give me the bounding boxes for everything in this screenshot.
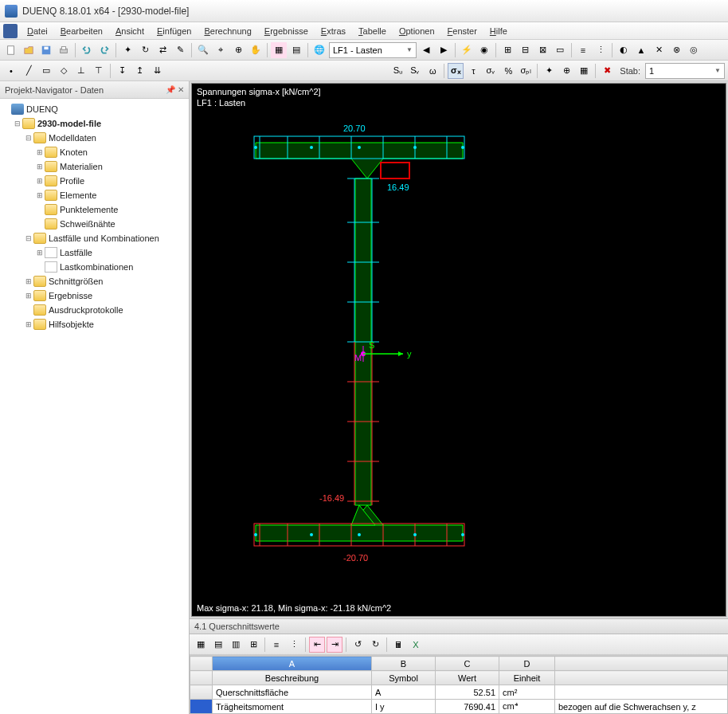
tool-icon[interactable]: ↧ — [114, 63, 130, 79]
menu-bearbeiten[interactable]: Bearbeiten — [54, 25, 109, 37]
row-num[interactable] — [190, 700, 213, 714]
table-tool-icon[interactable]: ⇤ — [309, 637, 325, 653]
tree-modelldaten[interactable]: ⊟Modelldaten — [2, 131, 187, 145]
view-icon[interactable]: ▦ — [271, 42, 287, 58]
col-header[interactable]: C — [436, 657, 499, 671]
tool-icon[interactable]: ⋮ — [593, 42, 609, 58]
tool-icon[interactable]: ◇ — [56, 63, 72, 79]
stab-combo[interactable]: 1 ▼ — [645, 63, 725, 79]
loadcase-combo[interactable]: LF1 - Lasten ▼ — [329, 42, 417, 58]
col-header[interactable]: B — [372, 657, 436, 671]
tree-item[interactable]: ⊞Schnittgrößen — [2, 274, 187, 288]
table-tool-icon[interactable]: ↺ — [350, 637, 366, 653]
results-icon[interactable]: ◉ — [476, 42, 492, 58]
cell-wert[interactable]: 7690.41 — [436, 700, 499, 714]
corner-cell[interactable] — [190, 657, 213, 671]
calc-icon[interactable]: ⚡ — [459, 42, 475, 58]
tool-icon[interactable]: ⊞ — [499, 42, 515, 58]
sigma-v-icon[interactable]: σᵥ — [483, 63, 499, 79]
tool-icon[interactable]: ⊠ — [534, 42, 550, 58]
new-icon[interactable] — [3, 42, 19, 58]
table-tool-icon[interactable]: ⊞ — [245, 637, 261, 653]
tree-file[interactable]: ⊟2930-model-file — [2, 116, 187, 131]
pan-icon[interactable]: ✋ — [248, 42, 264, 58]
tree-item[interactable]: ⊞Profile — [2, 174, 187, 188]
tool-icon[interactable]: ≡ — [575, 42, 591, 58]
table-tool-icon[interactable]: ▦ — [193, 637, 209, 653]
cell-symbol[interactable]: I y — [372, 700, 436, 714]
nav-prev-icon[interactable]: ◀ — [418, 42, 434, 58]
tool-icon[interactable]: ⇊ — [149, 63, 165, 79]
menu-extras[interactable]: Extras — [315, 25, 352, 37]
view-icon[interactable]: ▤ — [288, 42, 304, 58]
tree-item[interactable]: Lastkombinationen — [2, 260, 187, 274]
sigma-x-icon[interactable]: σₓ — [448, 63, 464, 79]
sigma-icon[interactable]: Sᵤ — [389, 63, 405, 79]
tool-icon[interactable]: ↻ — [137, 42, 153, 58]
graphics-viewport[interactable]: Spannungen sigma-x [kN/cm^2] LF1 : Laste… — [191, 83, 726, 617]
table-tool-icon[interactable]: 🖩 — [390, 637, 406, 653]
tool-icon[interactable]: ▲ — [633, 42, 649, 58]
table-tool-icon[interactable]: ↻ — [367, 637, 383, 653]
tree-item[interactable]: ⊞Elemente — [2, 188, 187, 202]
table-tool-icon[interactable]: ≡ — [268, 637, 284, 653]
tool-icon[interactable]: ✕ — [651, 42, 667, 58]
tree-item[interactable]: Ausdruckprotokolle — [2, 303, 187, 317]
tree-item[interactable]: ⊞Ergebnisse — [2, 288, 187, 303]
tool-icon[interactable]: ◎ — [686, 42, 702, 58]
menu-hilfe[interactable]: Hilfe — [483, 25, 514, 37]
tool-icon[interactable]: ⊗ — [668, 42, 684, 58]
table-row[interactable]: Querschnittsfläche A 52.51 cm² — [190, 685, 728, 700]
line-icon[interactable]: ╱ — [21, 63, 37, 79]
tree-item[interactable]: ⊞Lastfälle — [2, 245, 187, 260]
cell-wert[interactable]: 52.51 — [436, 685, 499, 700]
percent-icon[interactable]: % — [500, 63, 516, 79]
menu-ansicht[interactable]: Ansicht — [109, 25, 151, 37]
tree-lastfaelle[interactable]: ⊟Lastfälle und Kombinationen — [2, 231, 187, 245]
cell-symbol[interactable]: A — [372, 685, 436, 700]
tool-icon[interactable]: ⊤ — [91, 63, 107, 79]
col-header[interactable] — [555, 657, 728, 671]
cell-kommentar[interactable]: bezogen auf die Schwerachsen y, z — [555, 700, 728, 714]
app-menu-icon[interactable] — [3, 24, 18, 38]
omega-icon[interactable]: ω — [425, 63, 440, 79]
zoom-extents-icon[interactable]: ⌖ — [213, 42, 229, 58]
menu-ergebnisse[interactable]: Ergebnisse — [258, 25, 315, 37]
tool-icon[interactable]: ⊕ — [558, 63, 574, 79]
cell-kommentar[interactable] — [555, 685, 728, 700]
node-icon[interactable]: • — [3, 63, 19, 79]
tool-icon[interactable]: ✦ — [119, 42, 135, 58]
table-tool-icon[interactable]: ▥ — [228, 637, 244, 653]
excel-icon[interactable]: X — [408, 637, 424, 653]
tree-item[interactable]: ⊞Materialien — [2, 159, 187, 174]
tree-item[interactable]: ⊞Knoten — [2, 145, 187, 159]
table-tool-icon[interactable]: ▤ — [210, 637, 226, 653]
menu-optionen[interactable]: Optionen — [393, 25, 441, 37]
menu-fenster[interactable]: Fenster — [441, 25, 483, 37]
zoom-window-icon[interactable]: 🔍 — [195, 42, 211, 58]
menu-berechnung[interactable]: Berechnung — [198, 25, 257, 37]
redo-icon[interactable] — [96, 42, 112, 58]
tool-icon[interactable]: ◐ — [616, 42, 632, 58]
row-num[interactable] — [190, 685, 213, 700]
tool-icon[interactable]: ⇄ — [155, 42, 170, 58]
cell-beschreibung[interactable]: Trägheitsmoment — [213, 700, 372, 714]
table-row[interactable]: Trägheitsmoment I y 7690.41 cm⁴ bezogen … — [190, 700, 728, 714]
col-header[interactable]: D — [499, 657, 555, 671]
pin-icon[interactable]: 📌 ✕ — [166, 85, 184, 94]
sigma-icon[interactable]: Sᵥ — [407, 63, 423, 79]
tool-icon[interactable]: ⊥ — [73, 63, 89, 79]
tool-icon[interactable]: ✎ — [172, 42, 188, 58]
open-icon[interactable] — [21, 42, 37, 58]
tree-item[interactable]: ⊞Hilfsobjekte — [2, 317, 187, 332]
tree-root[interactable]: DUENQ — [2, 102, 187, 116]
element-icon[interactable]: ▭ — [38, 63, 54, 79]
zoom-icon[interactable]: ⊕ — [230, 42, 246, 58]
globe-icon[interactable]: 🌐 — [311, 42, 327, 58]
undo-icon[interactable] — [79, 42, 95, 58]
tool-icon[interactable]: ▦ — [576, 63, 592, 79]
table-tool-icon[interactable]: ⇥ — [327, 637, 342, 653]
cell-beschreibung[interactable]: Querschnittsfläche — [213, 685, 372, 700]
table-tool-icon[interactable]: ⋮ — [286, 637, 302, 653]
row-header[interactable] — [190, 671, 213, 685]
